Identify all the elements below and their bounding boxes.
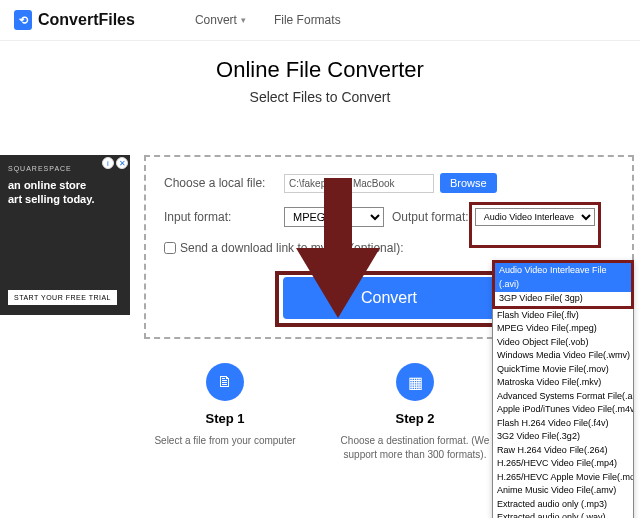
file-icon: 🗎	[206, 363, 244, 401]
highlight-box-output	[469, 202, 601, 248]
output-format-dropdown[interactable]: Audio Video Interleave File (.avi) 3GP V…	[492, 260, 634, 518]
grid-icon: ▦	[396, 363, 434, 401]
brand-logo[interactable]: ⟲ ConvertFiles	[14, 10, 135, 30]
step-2-desc: Choose a destination format. (We support…	[335, 434, 495, 462]
browse-button[interactable]: Browse	[440, 173, 497, 193]
file-path-input[interactable]: C:\fakep... ew MacBook	[284, 174, 434, 193]
nav-file-formats[interactable]: File Formats	[274, 13, 341, 27]
step-1: 🗎 Step 1 Select a file from your compute…	[145, 363, 305, 462]
dropdown-item[interactable]: Flash H.264 Video File(.f4v)	[493, 417, 633, 431]
convert-button[interactable]: Convert	[283, 277, 495, 319]
dropdown-item[interactable]: Apple iPod/iTunes Video File(.m4v)	[493, 403, 633, 417]
dropdown-item[interactable]: MPEG Video File(.mpeg)	[493, 322, 633, 336]
sidebar-ad[interactable]: i✕ SQUARESPACE an online storeart sellin…	[0, 155, 130, 315]
dropdown-item[interactable]: 3GP Video File( 3gp)	[495, 292, 631, 306]
ad-close-icon[interactable]: ✕	[116, 157, 128, 169]
input-format-select[interactable]: MPEG	[284, 207, 384, 227]
step-1-title: Step 1	[145, 411, 305, 426]
dropdown-item-selected[interactable]: Audio Video Interleave File (.avi)	[495, 263, 631, 292]
adchoices-icon[interactable]: i	[102, 157, 114, 169]
dropdown-item[interactable]: Extracted audio only (.mp3)	[493, 498, 633, 512]
page-title: Online File Converter	[0, 57, 640, 83]
dropdown-item[interactable]: Anime Music Video File(.amv)	[493, 484, 633, 498]
dropdown-item[interactable]: H.265/HEVC Apple Movie File(.mov)	[493, 471, 633, 485]
dropdown-item[interactable]: Advanced Systems Format File(.asf)	[493, 390, 633, 404]
input-format-label: Input format:	[164, 210, 284, 224]
step-1-desc: Select a file from your computer	[145, 434, 305, 448]
navbar: ⟲ ConvertFiles Convert▾ File Formats	[0, 0, 640, 41]
dropdown-item[interactable]: Flash Video File(.flv)	[493, 309, 633, 323]
logo-icon: ⟲	[14, 10, 32, 30]
output-format-label: Output format:	[392, 210, 469, 224]
step-2-title: Step 2	[335, 411, 495, 426]
highlight-box-dropdown-top: Audio Video Interleave File (.avi) 3GP V…	[492, 260, 634, 309]
nav-links: Convert▾ File Formats	[195, 13, 341, 27]
dropdown-item[interactable]: QuickTime Movie File(.mov)	[493, 363, 633, 377]
chevron-down-icon: ▾	[241, 15, 246, 25]
dropdown-item[interactable]: 3G2 Video File(.3g2)	[493, 430, 633, 444]
ad-badge: i✕	[102, 157, 128, 169]
email-link-label: Send a download link to my e... (optiona…	[180, 241, 403, 255]
ad-cta-button[interactable]: START YOUR FREE TRIAL	[8, 290, 117, 305]
dropdown-item[interactable]: Extracted audio only (.wav)	[493, 511, 633, 518]
local-file-label: Choose a local file:	[164, 176, 284, 190]
dropdown-item[interactable]: Raw H.264 Video File(.264)	[493, 444, 633, 458]
email-link-checkbox[interactable]	[164, 242, 176, 254]
nav-convert[interactable]: Convert▾	[195, 13, 246, 27]
step-2: ▦ Step 2 Choose a destination format. (W…	[335, 363, 495, 462]
dropdown-item[interactable]: Matroska Video File(.mkv)	[493, 376, 633, 390]
dropdown-item[interactable]: Windows Media Video File(.wmv)	[493, 349, 633, 363]
dropdown-item[interactable]: H.265/HEVC Video File(.mp4)	[493, 457, 633, 471]
dropdown-item[interactable]: Video Object File(.vob)	[493, 336, 633, 350]
brand-name: ConvertFiles	[38, 11, 135, 29]
page-subtitle: Select Files to Convert	[0, 89, 640, 105]
ad-headline: an online storeart selling today.	[8, 178, 122, 207]
